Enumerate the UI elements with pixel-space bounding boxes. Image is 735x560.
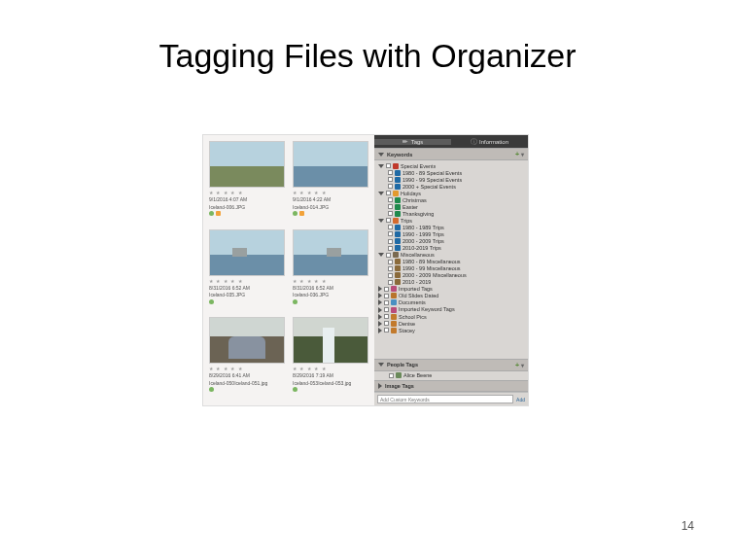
thumb-cell[interactable]: ★ ★ ★ ★ ★ 8/29/2016 7:19 AM Iceland-053I…: [293, 317, 368, 400]
section-keywords-header[interactable]: Keywords + ▾: [374, 148, 528, 160]
checkbox[interactable]: [386, 218, 391, 223]
tree-node[interactable]: Stacey: [376, 327, 525, 333]
gear-icon[interactable]: ▾: [521, 151, 524, 158]
add-keyword-icon[interactable]: +: [515, 151, 519, 158]
rating-stars[interactable]: ★ ★ ★ ★ ★: [293, 366, 368, 371]
tree-node[interactable]: 2000 + Special Events: [376, 183, 525, 190]
tree-node[interactable]: 1980 - 89 Special Events: [376, 169, 525, 176]
tree-node[interactable]: Thanksgiving: [376, 210, 525, 217]
tree-node[interactable]: Old Slides Dated: [376, 293, 525, 299]
tab-tags[interactable]: Tags: [374, 139, 451, 145]
disclosure-triangle-icon[interactable]: [378, 164, 384, 168]
rating-stars[interactable]: ★ ★ ★ ★ ★: [293, 278, 368, 284]
checkbox[interactable]: [388, 273, 393, 278]
disclosure-triangle-icon[interactable]: [378, 328, 382, 333]
thumbnail-image[interactable]: [209, 229, 285, 276]
tab-tags-label: Tags: [411, 139, 424, 145]
checkbox[interactable]: [384, 294, 389, 298]
tree-node[interactable]: Easter: [376, 203, 525, 210]
tree-node[interactable]: 2010-2019 Trips: [376, 245, 525, 252]
add-link[interactable]: Add: [516, 397, 525, 402]
disclosure-triangle-icon[interactable]: [378, 314, 382, 320]
checkbox[interactable]: [384, 328, 389, 332]
thumb-cell[interactable]: ★ ★ ★ ★ ★ 8/31/2016 6:52 AM Iceland-035.…: [209, 229, 285, 312]
custom-keyword-input[interactable]: [377, 395, 513, 403]
disclosure-triangle-icon[interactable]: [378, 363, 384, 367]
checkbox[interactable]: [388, 184, 393, 189]
tree-node[interactable]: 2000 - 2009 Miscellaneous: [376, 272, 525, 279]
rating-stars[interactable]: ★ ★ ★ ★ ★: [293, 190, 368, 195]
checkbox[interactable]: [389, 373, 394, 378]
tree-node[interactable]: 1990 - 99 Miscellaneous: [376, 265, 525, 272]
checkbox[interactable]: [388, 231, 393, 236]
checkbox[interactable]: [388, 170, 393, 175]
checkbox[interactable]: [388, 204, 393, 209]
tree-node[interactable]: 2000 - 2009 Trips: [376, 238, 525, 245]
tree-node[interactable]: 1980 - 89 Miscellaneous: [376, 259, 525, 265]
checkbox[interactable]: [388, 260, 393, 264]
gear-icon[interactable]: ▾: [521, 362, 524, 368]
category-color-icon: [391, 293, 397, 298]
disclosure-triangle-icon[interactable]: [378, 192, 384, 195]
disclosure-triangle-icon[interactable]: [378, 286, 382, 292]
thumb-cell[interactable]: ★ ★ ★ ★ ★ 9/1/2016 4:22 AM Iceland-014.J…: [293, 141, 368, 224]
tree-node[interactable]: 2010 - 2019: [376, 279, 525, 286]
tree-node[interactable]: Special Events: [376, 162, 525, 169]
section-image-header[interactable]: Image Tags: [374, 380, 528, 392]
tree-node[interactable]: Imported Keyword Tags: [376, 306, 525, 313]
thumb-cell[interactable]: ★ ★ ★ ★ ★ 9/1/2016 4:07 AM Iceland-006.J…: [209, 141, 285, 224]
rating-stars[interactable]: ★ ★ ★ ★ ★: [209, 278, 285, 284]
tab-information[interactable]: Information: [451, 139, 528, 145]
tree-node[interactable]: Christmas: [376, 196, 525, 203]
thumbnail-image[interactable]: [209, 141, 285, 188]
checkbox[interactable]: [384, 300, 389, 305]
checkbox[interactable]: [386, 163, 391, 168]
tree-node[interactable]: School Pics: [376, 313, 525, 320]
tree-node[interactable]: Imported Tags: [376, 286, 525, 293]
tree-node[interactable]: Alice Beene: [377, 372, 525, 379]
disclosure-triangle-icon[interactable]: [378, 253, 384, 257]
tree-node[interactable]: 1990 - 99 Special Events: [376, 176, 525, 183]
disclosure-triangle-icon[interactable]: [378, 293, 382, 298]
category-color-icon: [396, 372, 402, 378]
category-color-icon: [395, 177, 401, 183]
rating-stars[interactable]: ★ ★ ★ ★ ★: [209, 366, 285, 371]
checkbox[interactable]: [386, 253, 391, 258]
tree-node[interactable]: Trips: [376, 217, 525, 224]
disclosure-triangle-icon[interactable]: [378, 307, 382, 313]
checkbox[interactable]: [388, 225, 393, 229]
checkbox[interactable]: [384, 287, 389, 292]
disclosure-triangle-icon[interactable]: [378, 219, 384, 223]
thumbnail-image[interactable]: [293, 229, 368, 276]
add-person-icon[interactable]: +: [515, 362, 519, 368]
tree-node[interactable]: Holidays: [376, 190, 525, 196]
thumb-cell[interactable]: ★ ★ ★ ★ ★ 8/29/2016 6:41 AM Iceland-050I…: [209, 317, 285, 400]
checkbox[interactable]: [388, 177, 393, 182]
section-people-header[interactable]: People Tags + ▾: [374, 359, 528, 371]
checkbox[interactable]: [384, 314, 389, 319]
disclosure-triangle-icon[interactable]: [378, 153, 384, 157]
checkbox[interactable]: [386, 191, 391, 195]
checkbox[interactable]: [388, 197, 393, 202]
disclosure-triangle-icon[interactable]: [378, 299, 382, 305]
section-image-label: Image Tags: [385, 383, 414, 389]
thumb-cell[interactable]: ★ ★ ★ ★ ★ 8/31/2016 6:52 AM Iceland-036.…: [293, 229, 368, 312]
disclosure-triangle-icon[interactable]: [378, 321, 382, 327]
disclosure-triangle-icon[interactable]: [378, 383, 382, 389]
checkbox[interactable]: [388, 239, 393, 244]
tree-node[interactable]: 1990 - 1999 Trips: [376, 230, 525, 237]
tree-node[interactable]: Denise: [376, 320, 525, 327]
thumbnail-image[interactable]: [209, 317, 285, 364]
tree-node[interactable]: Miscellaneous: [376, 252, 525, 259]
tree-node[interactable]: 1980 - 1989 Trips: [376, 224, 525, 230]
rating-stars[interactable]: ★ ★ ★ ★ ★: [209, 190, 285, 195]
checkbox[interactable]: [388, 211, 393, 216]
thumbnail-image[interactable]: [293, 141, 368, 188]
checkbox[interactable]: [388, 246, 393, 251]
checkbox[interactable]: [384, 307, 389, 312]
tree-node[interactable]: Documents: [376, 299, 525, 306]
checkbox[interactable]: [388, 280, 393, 285]
checkbox[interactable]: [388, 266, 393, 271]
checkbox[interactable]: [384, 321, 389, 326]
thumbnail-image[interactable]: [293, 317, 368, 364]
